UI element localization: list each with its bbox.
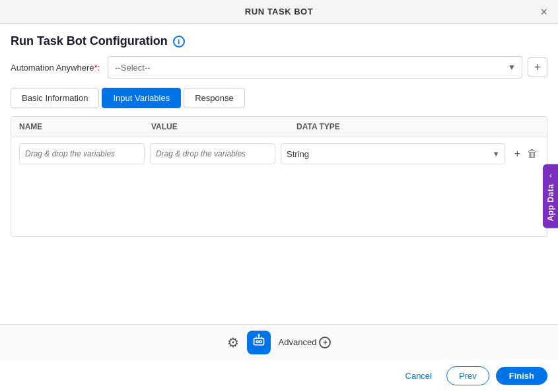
close-button[interactable]: × (538, 5, 550, 19)
table-header: NAME VALUE DATA TYPE (11, 117, 547, 137)
cancel-button[interactable]: Cancel (398, 367, 440, 385)
automation-anywhere-label: Automation Anywhere*: (11, 63, 100, 73)
tab-input-variables[interactable]: Input Variables (102, 88, 181, 108)
app-data-label: App Data (546, 184, 555, 222)
main-content: Run Task Bot Configuration i Automation … (0, 24, 558, 324)
svg-point-2 (259, 341, 261, 343)
name-input[interactable] (19, 143, 145, 164)
automation-anywhere-select[interactable]: --Select-- (108, 56, 522, 79)
add-connection-button[interactable]: + (528, 57, 547, 77)
page-title: Run Task Bot Configuration (11, 34, 168, 48)
table-empty-area (11, 170, 547, 236)
dialog: RUN TASK BOT × Run Task Bot Configuratio… (0, 0, 558, 392)
value-input[interactable] (150, 143, 275, 164)
tab-basic-information[interactable]: Basic Information (11, 88, 99, 108)
col-header-value: VALUE (151, 122, 296, 131)
app-data-sidebar[interactable]: ‹ App Data (543, 164, 558, 228)
dropdown-row: Automation Anywhere*: --Select-- ▼ + (11, 56, 547, 79)
automation-anywhere-select-wrapper: --Select-- ▼ (108, 56, 522, 79)
prev-button[interactable]: Prev (446, 366, 489, 385)
delete-row-button[interactable]: 🗑 (526, 147, 539, 161)
advanced-label: Advanced + (279, 337, 331, 348)
footer-bar: ⚙ Advanced + (0, 324, 558, 360)
advanced-plus-button[interactable]: + (319, 337, 331, 348)
bot-icon (252, 334, 265, 350)
datatype-select[interactable]: String Number Boolean Date (281, 143, 505, 164)
col-header-datatype: DATA TYPE (296, 122, 539, 131)
bottom-buttons: Cancel Prev Finish (0, 360, 558, 392)
header-row: Run Task Bot Configuration i (11, 34, 547, 48)
info-icon[interactable]: i (173, 36, 185, 48)
col-header-name: NAME (19, 122, 151, 131)
svg-point-3 (258, 335, 260, 336)
row-actions: + 🗑 (513, 147, 539, 161)
bot-button[interactable] (247, 331, 271, 354)
datatype-wrapper: String Number Boolean Date ▼ (281, 143, 505, 164)
tabs: Basic Information Input Variables Respon… (11, 88, 547, 108)
settings-button[interactable]: ⚙ (227, 335, 239, 350)
svg-point-1 (256, 341, 258, 343)
input-variables-table: NAME VALUE DATA TYPE String Number Boole… (11, 116, 547, 237)
title-bar: RUN TASK BOT × (0, 0, 558, 24)
table-row: String Number Boolean Date ▼ + 🗑 (11, 137, 547, 170)
app-data-chevron-icon: ‹ (549, 171, 552, 180)
gear-icon: ⚙ (227, 335, 239, 350)
tab-response[interactable]: Response (184, 88, 245, 108)
add-row-button[interactable]: + (513, 147, 522, 161)
finish-button[interactable]: Finish (496, 367, 547, 385)
dialog-title: RUN TASK BOT (245, 7, 313, 16)
